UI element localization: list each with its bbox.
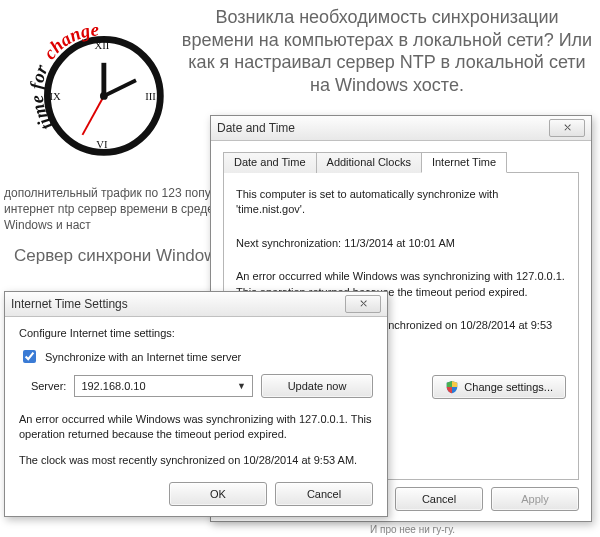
- server-combobox[interactable]: 192.168.0.10 ▼: [74, 375, 253, 397]
- dialog-button-row: OK Cancel: [169, 482, 373, 506]
- tabstrip: Date and Time Additional Clocks Internet…: [223, 151, 579, 173]
- configure-label: Configure Internet time settings:: [19, 327, 373, 339]
- cancel-button[interactable]: Cancel: [395, 487, 483, 511]
- change-settings-label: Change settings...: [464, 381, 553, 393]
- svg-text:III: III: [145, 90, 156, 102]
- window-title: Internet Time Settings: [11, 297, 345, 311]
- tab-additional-clocks[interactable]: Additional Clocks: [316, 152, 422, 173]
- article-footer-fragment: И про нее ни гу-гу.: [370, 524, 455, 535]
- change-settings-button[interactable]: Change settings...: [432, 375, 566, 399]
- tab-date-and-time[interactable]: Date and Time: [223, 152, 317, 173]
- sync-target-text: This computer is set to automatically sy…: [236, 187, 566, 218]
- sync-error-text: An error occurred while Windows was sync…: [19, 412, 373, 443]
- svg-text:VI: VI: [96, 138, 108, 150]
- tab-internet-time[interactable]: Internet Time: [421, 152, 507, 173]
- close-button[interactable]: ⤬: [549, 119, 585, 137]
- cancel-button[interactable]: Cancel: [275, 482, 373, 506]
- uac-shield-icon: [445, 380, 459, 394]
- clock-illustration: XII III VI IX time for change: [26, 20, 172, 166]
- last-sync-text: The clock was most recently synchronized…: [19, 453, 373, 468]
- sync-enable-label: Synchronize with an Internet time server: [45, 351, 241, 363]
- article-heading: Возникла необходимость синхронизации вре…: [180, 6, 594, 96]
- ok-button[interactable]: OK: [169, 482, 267, 506]
- svg-text:XII: XII: [94, 39, 109, 51]
- chevron-down-icon: ▼: [233, 381, 250, 391]
- server-label: Server:: [19, 380, 66, 392]
- date-and-time-titlebar[interactable]: Date and Time ⤬: [211, 116, 591, 141]
- internet-time-settings-window: Internet Time Settings ⤬ Configure Inter…: [4, 291, 388, 517]
- server-value: 192.168.0.10: [81, 380, 145, 392]
- close-button[interactable]: ⤬: [345, 295, 381, 313]
- sync-enable-checkbox[interactable]: [23, 350, 36, 363]
- window-title: Date and Time: [217, 121, 549, 135]
- internet-time-settings-titlebar[interactable]: Internet Time Settings ⤬: [5, 292, 387, 317]
- next-sync-text: Next synchronization: 11/3/2014 at 10:01…: [236, 236, 566, 251]
- svg-point-8: [100, 92, 108, 100]
- apply-button[interactable]: Apply: [491, 487, 579, 511]
- svg-text:IX: IX: [50, 90, 62, 102]
- update-now-button[interactable]: Update now: [261, 374, 373, 398]
